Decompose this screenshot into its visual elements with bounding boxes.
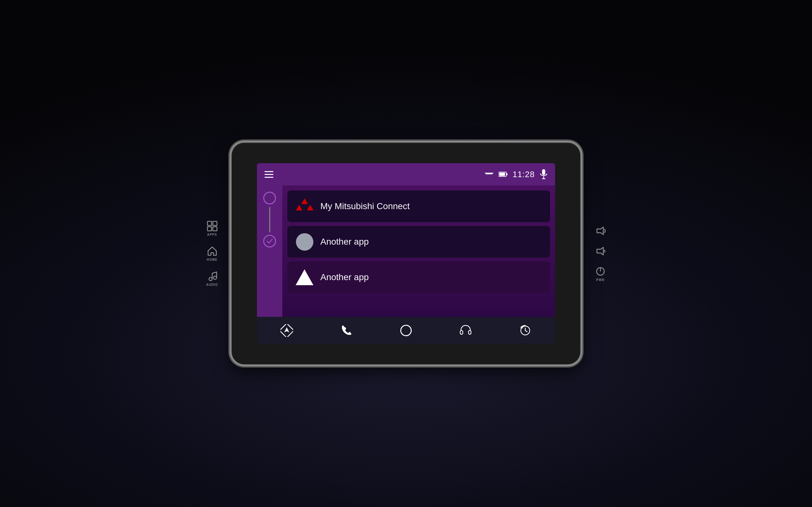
scroll-bottom-indicator: [263, 235, 276, 247]
home-circle-icon: [400, 325, 412, 336]
car-infotainment-screen: APPS HOME AUDIO: [232, 143, 580, 364]
svg-rect-17: [542, 169, 545, 175]
app-item-mitsubishi[interactable]: My Mitsubishi Connect: [287, 190, 550, 222]
apps-button[interactable]: APPS: [207, 221, 217, 236]
svg-marker-21: [296, 205, 303, 210]
battery-icon: [499, 171, 507, 177]
volume-up-button[interactable]: [595, 226, 606, 236]
svg-rect-16: [506, 173, 507, 175]
svg-rect-26: [468, 331, 471, 334]
mitsubishi-icon-container: [295, 197, 314, 216]
wifi-icon: [485, 171, 494, 178]
svg-rect-2: [207, 227, 212, 231]
power-button[interactable]: PWR: [595, 266, 606, 282]
hamburger-menu[interactable]: [264, 171, 273, 178]
svg-rect-0: [207, 222, 212, 226]
mitsubishi-logo: [296, 198, 313, 215]
home-button[interactable]: HOME: [207, 246, 217, 262]
svg-rect-1: [213, 222, 217, 226]
left-sidebar: [257, 185, 282, 317]
microphone-icon[interactable]: [540, 169, 548, 179]
right-side-controls: PWR: [595, 226, 606, 282]
svg-marker-22: [307, 205, 313, 210]
svg-point-4: [209, 278, 212, 281]
audio-label: AUDIO: [206, 283, 218, 286]
display-screen: 11:28: [257, 163, 555, 344]
svg-point-5: [213, 276, 217, 279]
audio-icon: [207, 271, 217, 282]
phone-icon: [341, 325, 352, 336]
nav-home-button[interactable]: [397, 321, 415, 340]
apps-label: APPS: [207, 233, 217, 236]
app-item-another-2[interactable]: Another app: [287, 262, 550, 293]
circle-icon: [296, 233, 313, 250]
svg-marker-8: [597, 247, 603, 255]
scroll-indicator: [263, 192, 276, 247]
scroll-track: [269, 207, 270, 232]
svg-marker-24: [284, 327, 289, 332]
svg-rect-25: [460, 331, 463, 334]
nav-audio-button[interactable]: [456, 321, 475, 340]
navigation-icon: [281, 324, 293, 337]
nav-phone-button[interactable]: [337, 321, 356, 340]
app-name-mitsubishi: My Mitsubishi Connect: [320, 201, 410, 211]
app-name-another-2: Another app: [320, 272, 369, 282]
triangle-icon-container: [295, 268, 314, 287]
hamburger-line-3: [264, 177, 273, 178]
hamburger-line-1: [264, 171, 273, 172]
app-item-another-1[interactable]: Another app: [287, 226, 550, 258]
left-side-controls: APPS HOME AUDIO: [206, 221, 218, 286]
headphone-icon: [460, 325, 472, 336]
header-bar: 11:28: [257, 163, 555, 185]
svg-rect-3: [213, 227, 217, 231]
scroll-top-indicator: [263, 192, 276, 205]
nav-recent-button[interactable]: [516, 321, 535, 340]
volume-down-icon: [595, 246, 606, 257]
svg-line-29: [525, 331, 527, 332]
triangle-icon: [296, 269, 313, 285]
volume-down-button[interactable]: [595, 246, 606, 257]
hamburger-line-2: [264, 174, 273, 175]
main-content: My Mitsubishi Connect Another app Anothe…: [257, 185, 555, 317]
home-label: HOME: [207, 258, 217, 262]
apps-grid-icon: [207, 221, 217, 232]
home-icon: [207, 246, 217, 257]
bottom-nav-bar: [257, 317, 555, 344]
power-label: PWR: [596, 278, 605, 282]
header-status-area: 11:28: [485, 169, 548, 179]
svg-marker-6: [597, 227, 603, 235]
svg-rect-15: [499, 173, 505, 176]
power-icon: [595, 266, 606, 277]
recent-clock-icon: [519, 325, 531, 336]
circle-icon-container: [295, 232, 314, 251]
time-display: 11:28: [513, 170, 535, 179]
app-name-another-1: Another app: [320, 237, 369, 247]
check-icon: [266, 239, 273, 244]
app-list: My Mitsubishi Connect Another app Anothe…: [282, 185, 555, 317]
audio-button[interactable]: AUDIO: [206, 271, 218, 286]
volume-up-icon: [595, 226, 606, 236]
svg-marker-20: [301, 199, 308, 204]
nav-navigation-button[interactable]: [277, 321, 296, 340]
svg-marker-13: [487, 176, 491, 178]
